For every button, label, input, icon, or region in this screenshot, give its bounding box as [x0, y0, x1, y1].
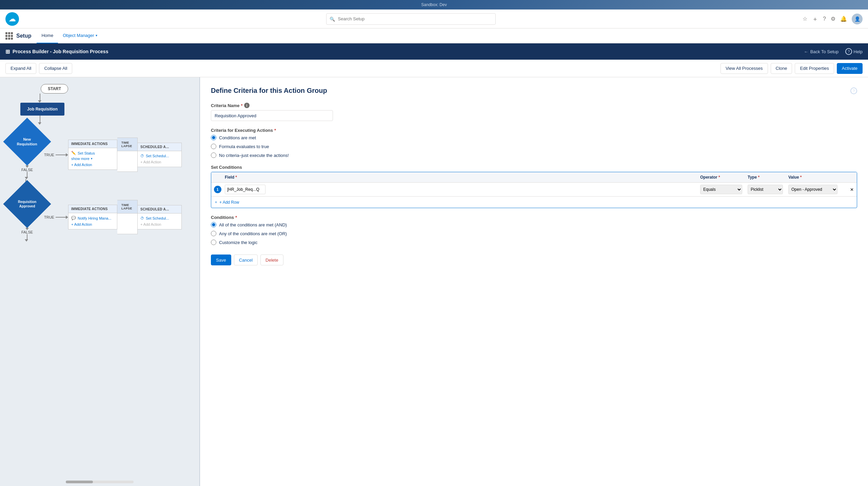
expand-all-button[interactable]: Expand All	[5, 63, 36, 74]
scroll-bar[interactable]	[66, 481, 134, 483]
add-row-button[interactable]: ＋ + Add Row	[211, 196, 857, 208]
chevron-down-icon: ▾	[96, 34, 97, 37]
immediate-actions-header-2: IMMEDIATE ACTIONS	[68, 205, 117, 213]
clone-button[interactable]: Clone	[771, 63, 792, 74]
conditions-table: Field * Operator * Type * Value *	[211, 172, 857, 208]
search-icon: 🔍	[330, 16, 335, 21]
conditions-table-header: Field * Operator * Type * Value *	[211, 172, 857, 183]
back-to-setup-link[interactable]: ← Back To Setup	[804, 49, 839, 54]
radio-custom-logic-input[interactable]	[211, 240, 216, 245]
criteria-executing-label: Criteria for Executing Actions *	[211, 128, 857, 133]
top-bar: Sandbox: Dev	[0, 0, 868, 9]
time-lapse-header-2: TIME LAPSE	[117, 200, 137, 214]
immediate-actions-1: IMMEDIATE ACTIONS ✏️ Set Status show mor…	[68, 140, 117, 170]
radio-conditions-met-input[interactable]	[211, 135, 216, 140]
form-actions: Save Cancel Delete	[211, 252, 857, 265]
action-set-schedule-2[interactable]: ⏱ Set Schedul...	[140, 216, 179, 220]
condition-row-1: 1 Equals Not Equals Contains	[211, 183, 857, 196]
pb-header-right: ← Back To Setup ? Help	[804, 48, 863, 55]
toolbar-right: View All Processes Clone Edit Properties…	[721, 63, 863, 74]
cancel-button[interactable]: Cancel	[234, 255, 258, 265]
immediate-actions-2: IMMEDIATE ACTIONS 💬 Notify Hiring Mana..…	[68, 205, 117, 229]
nav-bar: ☁ 🔍 ☆ ＋ ? ⚙ 🔔 👤	[0, 9, 868, 28]
comment-icon: 💬	[71, 216, 76, 220]
radio-custom-logic[interactable]: Customize the logic	[211, 240, 857, 245]
toolbar: Expand All Collapse All View All Process…	[0, 60, 868, 77]
new-req-false-label: FALSE	[21, 168, 33, 172]
radio-and[interactable]: All of the conditions are met (AND)	[211, 222, 857, 227]
condition-type-select-1[interactable]: Picklist Text Number	[748, 185, 783, 194]
criteria-help-icon[interactable]: ?	[850, 87, 857, 94]
help-icon[interactable]: ?	[823, 16, 826, 22]
pb-header-left: ⊞ Process Builder - Job Requisition Proc…	[5, 48, 804, 55]
search-container: 🔍	[326, 13, 496, 25]
action-notify-hiring[interactable]: 💬 Notify Hiring Mana...	[71, 216, 114, 220]
criteria-executing-radios: Conditions are met Formula evaluates to …	[211, 135, 857, 158]
gear-icon[interactable]: ⚙	[831, 16, 835, 22]
col-header-num	[211, 172, 222, 182]
condition-value-select-1[interactable]: Open - Approved Open - Submitted Closed	[788, 185, 837, 194]
search-input[interactable]	[326, 13, 496, 25]
nav-object-manager[interactable]: Object Manager ▾	[58, 28, 102, 43]
activate-button[interactable]: Activate	[837, 63, 863, 74]
criteria-name-input[interactable]	[211, 110, 333, 121]
help-link[interactable]: ? Help	[845, 48, 863, 55]
radio-no-criteria-input[interactable]	[211, 153, 216, 158]
pencil-icon: ✏️	[71, 151, 76, 155]
flow-panel: START Job Requisition New R	[0, 77, 200, 486]
add-action-button-sched-1[interactable]: + Add Action	[140, 160, 179, 164]
star-icon[interactable]: ☆	[803, 16, 807, 22]
radio-conditions-met[interactable]: Conditions are met	[211, 135, 857, 140]
chevron-down-icon-1: ▾	[91, 157, 93, 160]
back-arrow-icon: ←	[804, 49, 808, 54]
scheduled-actions-header-2: SCHEDULED A...	[138, 205, 181, 214]
add-icon[interactable]: ＋	[812, 15, 818, 23]
avatar[interactable]: 👤	[852, 14, 863, 24]
action-set-schedule-1[interactable]: ⏱ Set Schedul...	[140, 154, 179, 158]
condition-operator-select-1[interactable]: Equals Not Equals Contains	[700, 185, 742, 194]
scheduled-actions-1: SCHEDULED A... ⏱ Set Schedul... + Add Ac…	[138, 143, 182, 167]
condition-field-input-1[interactable]	[225, 185, 265, 194]
radio-no-criteria[interactable]: No criteria–just execute the actions!	[211, 153, 857, 158]
radio-or[interactable]: Any of the conditions are met (OR)	[211, 231, 857, 236]
salesforce-logo[interactable]: ☁	[5, 12, 19, 26]
grid-icon	[5, 32, 13, 40]
nav-home[interactable]: Home	[37, 28, 58, 43]
add-action-button-sched-2[interactable]: + Add Action	[140, 222, 179, 226]
scroll-thumb	[66, 481, 93, 483]
requisition-approved-diamond[interactable]: Requisition Approved	[3, 180, 51, 228]
add-action-button-1[interactable]: + Add Action	[71, 163, 114, 167]
bell-icon[interactable]: 🔔	[840, 16, 847, 22]
view-all-processes-button[interactable]: View All Processes	[721, 63, 768, 74]
req-approved-false-label: FALSE	[21, 230, 33, 234]
edit-properties-button[interactable]: Edit Properties	[795, 63, 834, 74]
clock-icon-1: ⏱	[140, 154, 144, 158]
criteria-panel: Define Criteria for this Action Group ? …	[200, 77, 868, 486]
sandbox-title: Sandbox: Dev	[421, 2, 447, 7]
add-action-button-2[interactable]: + Add Action	[71, 222, 114, 226]
col-header-field: Field *	[222, 172, 697, 182]
condition-number-1: 1	[214, 186, 221, 193]
condition-delete-1[interactable]: ✕	[847, 187, 857, 192]
collapse-all-button[interactable]: Collapse All	[39, 63, 72, 74]
show-more-button-1[interactable]: show more ▾	[71, 157, 114, 161]
save-button[interactable]: Save	[211, 255, 231, 265]
col-header-operator: Operator *	[697, 172, 745, 182]
new-requisition-diamond[interactable]: New Requisition	[3, 118, 51, 165]
job-requisition-node[interactable]: Job Requisition	[20, 103, 64, 116]
radio-formula-true-input[interactable]	[211, 144, 216, 149]
delete-button[interactable]: Delete	[260, 255, 283, 265]
action-set-status[interactable]: ✏️ Set Status	[71, 151, 114, 155]
radio-and-input[interactable]	[211, 222, 216, 227]
time-lapse-header-1: TIME LAPSE	[117, 138, 137, 151]
radio-or-input[interactable]	[211, 231, 216, 236]
time-lapse-1: TIME LAPSE	[117, 138, 138, 172]
criteria-title-row: Define Criteria for this Action Group ?	[211, 87, 857, 95]
scheduled-actions-2: SCHEDULED A... ⏱ Set Schedul... + Add Ac…	[138, 205, 182, 229]
required-star-2: *	[274, 128, 276, 133]
setup-title: Setup	[16, 33, 31, 39]
radio-formula-true[interactable]: Formula evaluates to true	[211, 144, 857, 149]
nav-actions: ☆ ＋ ? ⚙ 🔔 👤	[803, 14, 863, 24]
info-icon[interactable]: i	[244, 103, 250, 108]
scheduled-actions-header-1: SCHEDULED A...	[138, 143, 181, 151]
